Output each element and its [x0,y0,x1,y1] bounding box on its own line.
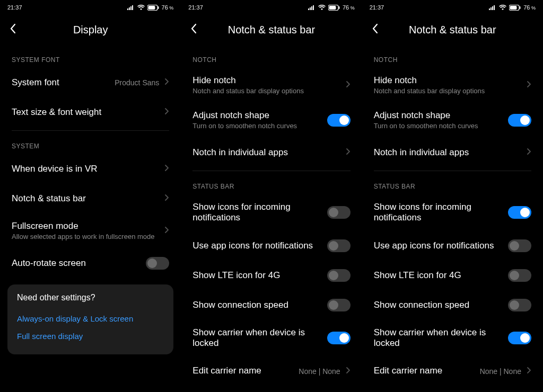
status-bar: 21:3776 % [0,0,181,15]
svg-rect-12 [338,6,339,9]
item-title: Notch in individual apps [374,147,521,158]
item-title: Edit carrier name [192,366,293,376]
svg-rect-14 [489,8,490,10]
toggle-switch[interactable] [508,239,531,252]
item-title: Fullscreen mode [12,221,159,231]
back-button[interactable] [372,23,378,36]
settings-item[interactable]: Edit carrier nameNone | None [362,357,543,386]
toggle-switch[interactable] [327,269,351,282]
header: Display [0,17,181,42]
settings-item[interactable]: Show carrier when device is locked [362,320,543,357]
settings-item[interactable]: Adjust notch shapeTurn on to smoothen no… [181,103,362,138]
settings-item[interactable]: Show carrier when device is locked [181,320,362,357]
settings-item[interactable]: Text size & font weight [0,97,181,127]
settings-item[interactable]: Show connection speed [181,290,362,320]
toggle-switch[interactable] [508,332,531,344]
section-header: NOTCH [181,48,362,68]
status-bar: 21:3776 % [362,0,543,15]
svg-rect-16 [492,6,493,10]
settings-item[interactable]: Show icons for incoming notifications [362,194,543,231]
chevron-right-icon [164,108,169,117]
header: Notch & status bar [362,17,543,42]
settings-item[interactable]: Edit carrier nameNone | None [181,357,362,386]
section-header: NOTCH [362,48,543,68]
settings-item[interactable]: Hide notchNotch and status bar display o… [181,68,362,103]
item-title: Hide notch [374,75,521,86]
settings-item[interactable]: Adjust notch shapeTurn on to smoothen no… [362,103,543,138]
item-subtitle: Notch and status bar display options [374,87,521,95]
settings-item[interactable]: Hide notchNotch and status bar display o… [362,68,543,103]
toggle-switch[interactable] [508,114,531,127]
page-title: Notch & status bar [228,24,316,36]
card-link[interactable]: Full screen display [17,327,164,345]
chevron-right-icon [164,226,169,236]
wifi-icon [137,5,145,11]
settings-item[interactable]: Fullscreen modeAllow selected apps to wo… [0,213,181,248]
item-subtitle: Allow selected apps to work in fullscree… [12,233,159,241]
section-header: SYSTEM FONT [0,48,181,68]
settings-panel: 21:3776 %DisplaySYSTEM FONTSystem fontPr… [0,0,181,392]
svg-rect-10 [313,5,314,10]
settings-item[interactable]: Show connection speed [362,290,543,320]
section-header: STATUS BAR [362,174,543,194]
svg-rect-9 [311,6,312,10]
item-subtitle: Turn on to smoothen notch curves [192,122,321,130]
battery-icon [147,5,159,11]
toggle-switch[interactable] [327,299,351,311]
chevron-left-icon [10,26,16,35]
item-value: Product Sans [115,78,159,87]
battery-icon [509,5,521,11]
card-link[interactable]: Always-on display & Lock screen [17,310,164,327]
settings-item[interactable]: Notch in individual apps [362,138,543,167]
settings-item[interactable]: Show LTE icon for 4G [362,261,543,290]
toggle-switch[interactable] [508,269,531,282]
toggle-switch[interactable] [327,332,351,344]
settings-item[interactable]: Show LTE icon for 4G [181,261,362,290]
battery-percent: 76 % [343,4,355,11]
battery-percent: 76 % [162,4,174,11]
chevron-right-icon [527,81,531,90]
divider [192,171,350,171]
item-value: None | None [299,367,340,376]
chevron-right-icon [164,164,169,174]
svg-rect-7 [308,8,309,10]
signal-icon [489,5,496,10]
item-title: Text size & font weight [12,107,159,118]
settings-item[interactable]: Use app icons for notifications [362,231,543,261]
toggle-switch[interactable] [508,206,531,219]
back-button[interactable] [190,23,197,36]
toggle-switch[interactable] [508,299,531,311]
toggle-switch[interactable] [327,206,351,219]
toggle-switch[interactable] [146,257,169,270]
settings-item[interactable]: When device is in VR [0,154,181,184]
item-title: Hide notch [192,75,340,86]
wifi-icon [318,5,326,11]
toggle-switch[interactable] [327,239,351,252]
battery-icon [328,5,340,11]
settings-item[interactable]: Auto-rotate screen [0,248,181,278]
divider [12,130,169,131]
settings-panel: 21:3776 %Notch & status barNOTCHHide not… [362,0,543,392]
signal-icon [127,5,135,10]
svg-rect-15 [491,7,492,10]
settings-item[interactable]: Use app icons for notifications [181,231,362,261]
section-header: STATUS BAR [181,174,362,194]
wifi-icon [499,5,506,11]
page-title: Display [73,24,108,36]
settings-item[interactable]: Notch in individual apps [181,138,362,167]
back-button[interactable] [10,23,16,36]
chevron-right-icon [164,194,169,203]
settings-item[interactable]: Show icons for incoming notifications [181,194,362,231]
item-subtitle: Notch and status bar display options [192,87,340,95]
chevron-left-icon [190,26,197,35]
svg-rect-1 [129,7,130,10]
card-title: Need other settings? [17,293,164,302]
settings-item[interactable]: System fontProduct Sans [0,68,181,97]
item-title: Notch & status bar [12,193,159,204]
section-header: SYSTEM [0,134,181,154]
toggle-switch[interactable] [327,114,351,127]
settings-item[interactable]: Notch & status bar [0,184,181,213]
item-title: Show carrier when device is locked [374,327,503,349]
item-title: Show connection speed [374,300,503,310]
status-time: 21:37 [370,4,384,11]
